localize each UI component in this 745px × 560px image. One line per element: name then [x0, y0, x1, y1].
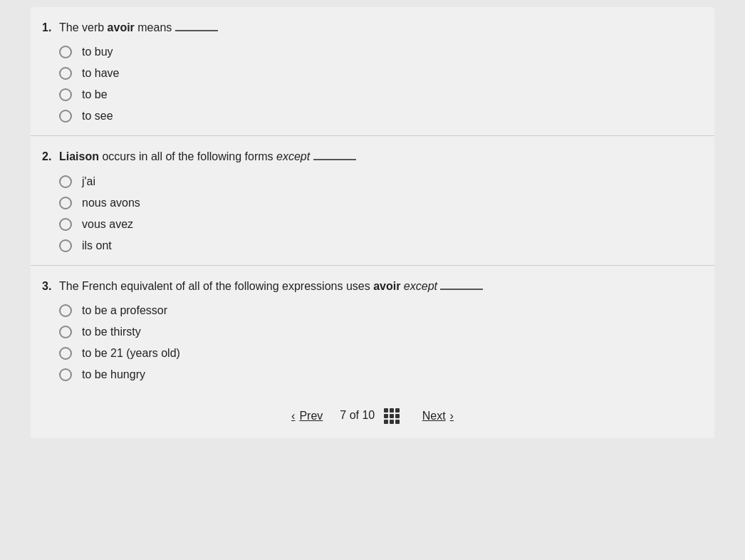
question-2-radio-c[interactable] — [59, 218, 72, 231]
question-1-blank — [175, 30, 218, 31]
question-1-option-b[interactable]: to have — [59, 67, 714, 80]
question-2-text-after: occurs in all of the following forms — [99, 150, 276, 162]
question-3-radio-d[interactable] — [59, 368, 72, 381]
next-button[interactable]: Next › — [422, 410, 454, 422]
question-1-label-b: to have — [82, 67, 119, 80]
question-3-option-b[interactable]: to be thirsty — [59, 326, 714, 338]
question-3-content: The French equivalent of all of the foll… — [59, 279, 714, 381]
question-1-number: 1. — [31, 20, 59, 123]
total-pages: 10 — [362, 409, 375, 421]
question-2-blank — [313, 159, 356, 160]
pagination-bar: ‹ Prev 7 of 10 Next › — [31, 394, 714, 438]
question-1-text: The verb avoir means — [59, 20, 714, 36]
question-2-text: Liaison occurs in all of the following f… — [59, 149, 714, 165]
question-2-label-a: j'ai — [82, 175, 95, 188]
question-3-number: 3. — [31, 279, 59, 381]
question-3-label-a: to be a professor — [82, 304, 167, 317]
question-3-text-before: The French equivalent of all of the foll… — [59, 280, 373, 292]
question-3-options: to be a professor to be thirsty to be 21… — [59, 304, 714, 381]
question-2-content: Liaison occurs in all of the following f… — [59, 149, 714, 252]
question-1-radio-c[interactable] — [59, 88, 72, 101]
question-3-radio-b[interactable] — [59, 326, 72, 338]
question-2: 2. Liaison occurs in all of the followin… — [31, 136, 714, 265]
question-1: 1. The verb avoir means to buy to have t… — [31, 7, 714, 136]
question-2-option-b[interactable]: nous avons — [59, 197, 714, 209]
question-3-label-b: to be thirsty — [82, 326, 141, 338]
question-3-radio-c[interactable] — [59, 347, 72, 360]
current-page: 7 — [340, 409, 346, 421]
question-3-option-d[interactable]: to be hungry — [59, 368, 714, 381]
question-1-radio-d[interactable] — [59, 110, 72, 123]
question-1-option-c[interactable]: to be — [59, 88, 714, 101]
question-3-label-c: to be 21 (years old) — [82, 347, 180, 360]
chevron-left-icon: ‹ — [291, 410, 295, 422]
question-2-radio-a[interactable] — [59, 175, 72, 188]
question-1-text-before: The verb — [59, 21, 108, 33]
question-1-options: to buy to have to be to see — [59, 46, 714, 123]
question-2-bold: Liaison — [59, 150, 99, 162]
question-1-label-c: to be — [82, 88, 108, 101]
question-2-option-c[interactable]: vous avez — [59, 218, 714, 231]
question-1-label-a: to buy — [82, 46, 113, 58]
question-2-label-c: vous avez — [82, 218, 133, 231]
question-2-option-d[interactable]: ils ont — [59, 239, 714, 252]
question-1-radio-b[interactable] — [59, 67, 72, 80]
of-label: of — [350, 409, 363, 421]
question-3-option-c[interactable]: to be 21 (years old) — [59, 347, 714, 360]
prev-label: Prev — [299, 410, 323, 422]
question-2-options: j'ai nous avons vous avez ils ont — [59, 175, 714, 252]
question-2-option-a[interactable]: j'ai — [59, 175, 714, 188]
question-2-label-d: ils ont — [82, 239, 112, 252]
question-3-bold: avoir — [373, 280, 400, 292]
question-1-bold: avoir — [108, 21, 135, 33]
next-label: Next — [422, 410, 446, 422]
question-1-content: The verb avoir means to buy to have to b… — [59, 20, 714, 123]
question-1-text-after: means — [135, 21, 172, 33]
question-2-italic: except — [276, 150, 310, 162]
question-1-option-a[interactable]: to buy — [59, 46, 714, 58]
question-3-blank — [440, 289, 483, 290]
question-1-radio-a[interactable] — [59, 46, 72, 58]
question-3-option-a[interactable]: to be a professor — [59, 304, 714, 317]
question-2-radio-d[interactable] — [59, 239, 72, 252]
question-2-radio-b[interactable] — [59, 197, 72, 209]
question-2-number: 2. — [31, 149, 59, 252]
question-3-italic: except — [404, 280, 437, 292]
quiz-container: 1. The verb avoir means to buy to have t… — [31, 7, 714, 438]
prev-button[interactable]: ‹ Prev — [291, 410, 323, 422]
grid-icon — [384, 408, 400, 424]
question-3: 3. The French equivalent of all of the f… — [31, 266, 714, 394]
question-1-label-d: to see — [82, 110, 113, 123]
page-info: 7 of 10 — [340, 408, 405, 424]
question-1-option-d[interactable]: to see — [59, 110, 714, 123]
question-3-text: The French equivalent of all of the foll… — [59, 279, 714, 294]
chevron-right-icon: › — [450, 410, 454, 422]
question-3-label-d: to be hungry — [82, 368, 145, 381]
question-3-radio-a[interactable] — [59, 304, 72, 317]
question-2-label-b: nous avons — [82, 197, 140, 209]
